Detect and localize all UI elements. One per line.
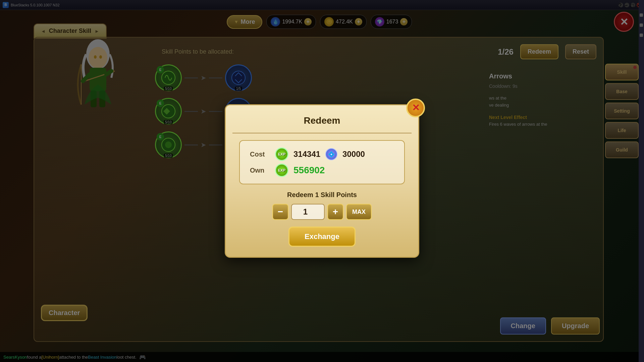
quantity-plus-button[interactable]: + [327, 204, 343, 220]
dialog-close-icon: ✕ [412, 103, 420, 113]
cost-row: Cost EXP 314341 💠 30000 [250, 147, 394, 161]
bs-icon-2 [640, 23, 643, 27]
exp-icon-cost: EXP [275, 147, 288, 161]
quantity-row: − + MAX [239, 204, 405, 220]
exp-icon-own: EXP [275, 164, 288, 177]
bs-icon-1 [640, 13, 643, 17]
exchange-button[interactable]: Exchange [288, 227, 356, 247]
quantity-input[interactable] [291, 204, 325, 220]
cost-crystal-value: 30000 [342, 149, 365, 159]
bs-icon-3 [640, 34, 643, 37]
dialog-title: Redeem [239, 115, 405, 126]
dialog-close-button[interactable]: ✕ [406, 99, 425, 117]
own-row: Own EXP 556902 [250, 164, 394, 177]
redeem-dialog: ✕ Redeem Cost EXP 314341 💠 30000 Own EXP… [225, 104, 419, 258]
own-label: Own [250, 167, 270, 174]
cost-own-box: Cost EXP 314341 💠 30000 Own EXP 556902 [239, 140, 405, 184]
cost-exp-value: 314341 [293, 149, 320, 159]
redeem-skill-label: Redeem 1 Skill Points [239, 191, 405, 199]
crystal-icon: 💠 [325, 148, 337, 160]
cost-label: Cost [250, 150, 270, 158]
own-exp-value: 556902 [293, 165, 325, 176]
quantity-max-button[interactable]: MAX [346, 204, 372, 220]
bluestacks-sidebar [639, 0, 644, 362]
dialog-divider [232, 133, 412, 133]
quantity-minus-button[interactable]: − [272, 204, 288, 220]
